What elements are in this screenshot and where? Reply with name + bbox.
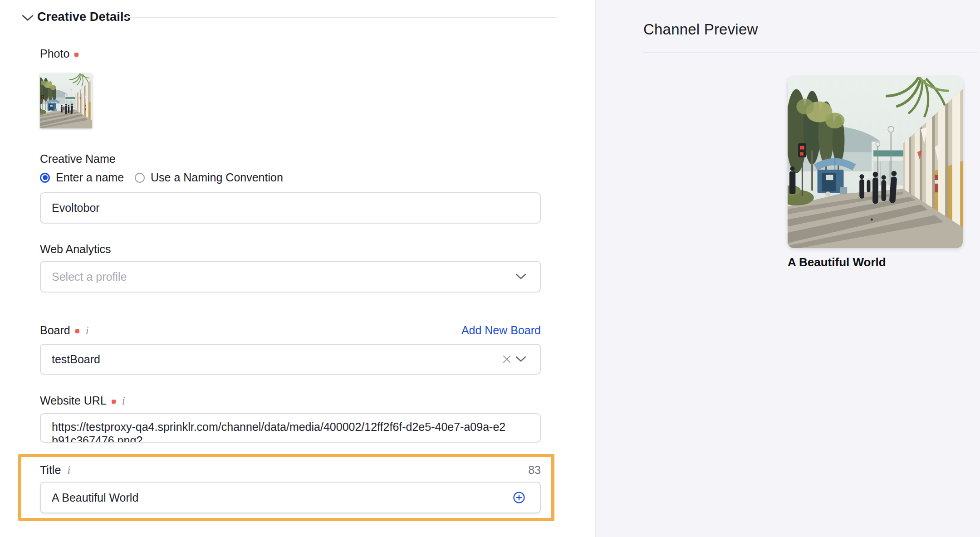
radio-unselected-icon[interactable] [135, 173, 145, 183]
street-scene-image [788, 77, 963, 248]
channel-preview-heading: Channel Preview [643, 21, 758, 38]
info-icon[interactable]: i [84, 324, 89, 337]
website-url-label-row: Website URL i [40, 394, 125, 407]
radio-option-enter-a-name[interactable]: Enter a name [40, 171, 124, 184]
chevron-down-icon[interactable] [515, 273, 526, 280]
title-value: A Beautiful World [52, 491, 138, 504]
info-icon[interactable]: i [66, 464, 70, 477]
board-value: testBoard [52, 353, 100, 366]
channel-preview-divider [643, 52, 978, 53]
required-dot-icon [112, 400, 116, 404]
website-url-label: Website URL [40, 394, 107, 407]
website-url-textarea[interactable]: https://testproxy-qa4.sprinklr.com/chann… [40, 413, 541, 443]
preview-caption: A Beautiful World [788, 255, 886, 269]
creative-name-value: Evoltobor [52, 201, 100, 215]
radio-selected-icon[interactable] [40, 173, 50, 183]
creative-name-input[interactable]: Evoltobor [40, 192, 541, 224]
required-dot-icon [74, 53, 78, 57]
web-analytics-label: Web Analytics [40, 243, 111, 256]
radio-option-naming-convention[interactable]: Use a Naming Convention [135, 171, 283, 184]
channel-preview-panel: Channel Preview A Beautiful World [595, 0, 980, 537]
web-analytics-select[interactable]: Select a profile [40, 261, 541, 293]
creative-editor-page: Creative Details Photo Creative Name Ent… [0, 0, 980, 537]
radio-label: Use a Naming Convention [151, 171, 283, 184]
title-label: Title [40, 464, 61, 477]
info-icon[interactable]: i [121, 395, 125, 407]
plus-circle-icon[interactable] [513, 491, 525, 504]
board-label-row: Board i [40, 324, 89, 337]
photo-thumbnail[interactable] [40, 73, 92, 128]
preview-image-card[interactable] [788, 77, 963, 248]
title-input[interactable]: A Beautiful World [40, 482, 541, 513]
title-label-row: Title i [40, 464, 70, 477]
board-select[interactable]: testBoard [40, 344, 541, 375]
board-header-row: Board i Add New Board [40, 324, 541, 337]
radio-label: Enter a name [56, 171, 124, 184]
add-new-board-link[interactable]: Add New Board [461, 324, 541, 337]
chevron-down-icon[interactable] [515, 356, 526, 362]
street-scene-image [40, 73, 92, 128]
web-analytics-placeholder: Select a profile [52, 270, 127, 283]
char-counter: 83 [528, 464, 541, 477]
chevron-down-icon[interactable] [22, 14, 34, 23]
title-header-row: Title i 83 [40, 464, 541, 477]
section-divider [124, 17, 557, 18]
creative-name-label: Creative Name [40, 152, 116, 166]
close-icon[interactable] [502, 354, 512, 364]
required-dot-icon [75, 329, 79, 333]
photo-label: Photo [40, 47, 69, 60]
board-label: Board [40, 324, 70, 337]
photo-label-row: Photo [40, 47, 78, 60]
section-title[interactable]: Creative Details [37, 10, 131, 24]
